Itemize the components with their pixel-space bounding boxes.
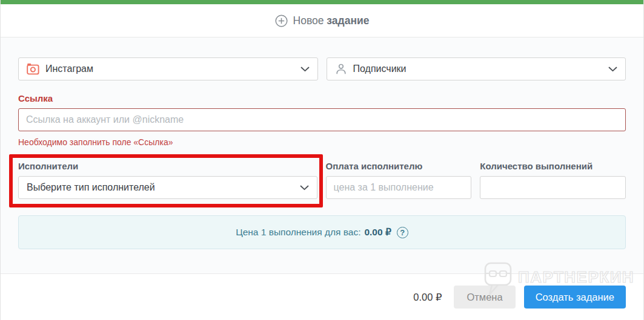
payment-field: Оплата исполнителю xyxy=(326,161,472,199)
new-task-modal: Новое задание Инстаграм Подпи xyxy=(0,0,644,320)
chevron-down-icon xyxy=(608,67,617,72)
submit-button[interactable]: Создать задание xyxy=(524,286,626,309)
top-accent-bar xyxy=(1,0,643,4)
price-info-box: Цена 1 выполнения для вас: 0.00 ₽ ? xyxy=(18,215,626,249)
cancel-button[interactable]: Отмена xyxy=(454,286,515,309)
link-error-message: Необходимо заполнить поле «Ссылка» xyxy=(18,137,626,147)
modal-header: Новое задание xyxy=(1,4,643,38)
quantity-field: Количество выполнений xyxy=(480,161,626,199)
executors-label: Исполнители xyxy=(18,161,317,171)
payment-input[interactable] xyxy=(326,176,472,199)
plus-circle-icon xyxy=(275,15,288,27)
total-amount: 0.00 ₽ xyxy=(413,292,442,303)
quantity-input[interactable] xyxy=(480,176,626,199)
service-select-value: Подписчики xyxy=(353,64,603,74)
link-input[interactable] xyxy=(18,108,626,131)
modal-footer: 0.00 ₽ Отмена Создать задание xyxy=(1,273,643,320)
payment-label: Оплата исполнителю xyxy=(326,161,472,171)
executors-select-value: Выберите тип исполнителей xyxy=(27,182,294,193)
executors-select[interactable]: Выберите тип исполнителей xyxy=(18,176,317,199)
service-select[interactable]: Подписчики xyxy=(327,57,626,80)
chevron-down-icon xyxy=(300,185,309,191)
person-icon xyxy=(335,63,347,75)
network-select-value: Инстаграм xyxy=(45,64,294,74)
executors-field: Исполнители Выберите тип исполнителей xyxy=(18,161,317,199)
price-info-text: Цена 1 выполнения для вас: xyxy=(236,227,360,238)
modal-body: Инстаграм Подписчики Ссылка Необходимо з… xyxy=(1,38,643,273)
price-info-value: 0.00 ₽ xyxy=(364,227,391,238)
quantity-label: Количество выполнений xyxy=(480,161,626,171)
help-icon[interactable]: ? xyxy=(397,227,408,238)
camera-icon xyxy=(27,63,39,75)
chevron-down-icon xyxy=(300,67,310,72)
network-select[interactable]: Инстаграм xyxy=(18,57,318,80)
modal-title: Новое задание xyxy=(293,15,370,27)
link-label: Ссылка xyxy=(18,93,626,103)
